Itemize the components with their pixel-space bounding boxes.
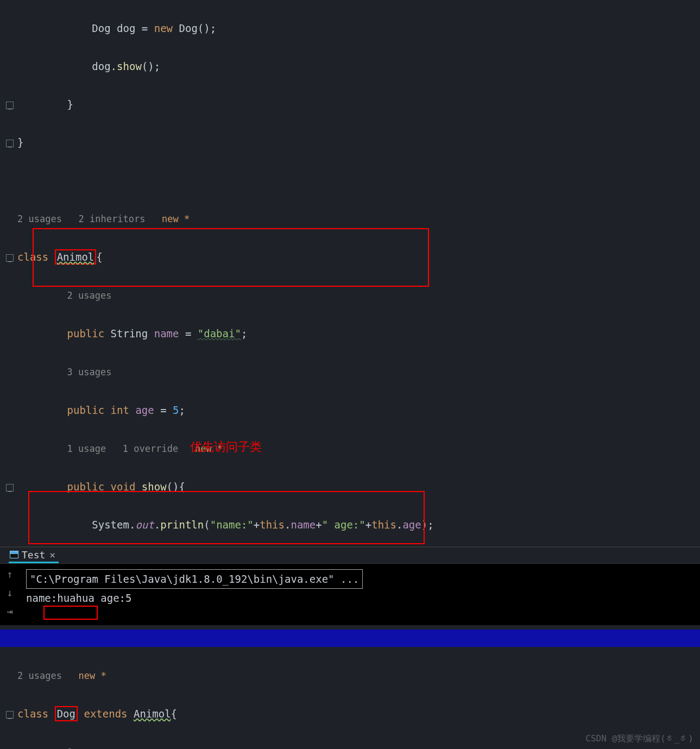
console-tab-test[interactable]: Test × — [9, 548, 59, 563]
fold-icon[interactable] — [6, 102, 14, 109]
fold-icon[interactable] — [6, 140, 14, 147]
inlay-hint[interactable]: 3 usages — [67, 367, 112, 377]
console-output-line: name:huahua age:5 — [26, 592, 131, 604]
class-name: Animol — [57, 251, 94, 263]
new-keyword: new — [154, 22, 173, 34]
highlight-box-animol: Animol — [55, 249, 97, 265]
console-command: "C:\Program Files\Java\jdk1.8.0_192\bin\… — [26, 569, 363, 589]
console-tab-label: Test — [22, 549, 45, 561]
method-call: show — [117, 60, 142, 72]
highlight-box-dog: Dog — [55, 706, 78, 721]
ctor-token: Dog — [179, 22, 198, 34]
inlay-hint[interactable]: 2 usages — [67, 290, 112, 301]
string-literal: "dabai" — [198, 328, 241, 339]
field-name: name — [154, 328, 179, 339]
annotation-text: 优先访问子类 — [190, 439, 262, 455]
number-literal: 5 — [173, 404, 179, 416]
extends-keyword: extends — [84, 708, 127, 720]
out-field: out — [135, 519, 154, 531]
fold-icon[interactable] — [6, 484, 14, 492]
run-console: Test × "C:\Program Files\Java\jdk1.8.0_1… — [0, 546, 700, 625]
var-token: dog — [117, 22, 135, 34]
type-token: Dog — [92, 22, 110, 34]
rerun-icon[interactable]: ↑ — [0, 565, 20, 583]
inlay-hint[interactable]: 2 usages new * — [17, 670, 106, 681]
console-toolbar: ↑ ↓ ⇥ — [0, 565, 20, 620]
fold-icon[interactable] — [6, 254, 14, 262]
run-config-icon — [10, 551, 18, 558]
watermark: CSDN @我要学编程(ಥ_ಥ) — [585, 733, 693, 745]
class-name-dog: Dog — [57, 708, 75, 720]
fold-icon[interactable] — [6, 711, 14, 719]
field-age: age — [135, 404, 154, 416]
inlay-hint[interactable]: 2 usages 2 inheritors new * — [17, 213, 190, 224]
scroll-icon[interactable]: ⇥ — [0, 602, 20, 620]
method-show: show — [142, 481, 167, 493]
var-ref: dog — [92, 60, 110, 72]
inlay-hint[interactable]: 1 usage — [67, 747, 106, 749]
class-keyword: class — [17, 251, 48, 263]
stop-icon[interactable]: ↓ — [0, 583, 20, 602]
section-separator — [0, 630, 700, 647]
code-editor[interactable]: Dog dog = new Dog(); dog.show(); } } 2 u… — [0, 0, 700, 630]
console-tabbar: Test × — [0, 547, 700, 564]
console-output[interactable]: "C:\Program Files\Java\jdk1.8.0_192\bin\… — [0, 564, 700, 607]
close-icon[interactable]: × — [49, 549, 55, 561]
